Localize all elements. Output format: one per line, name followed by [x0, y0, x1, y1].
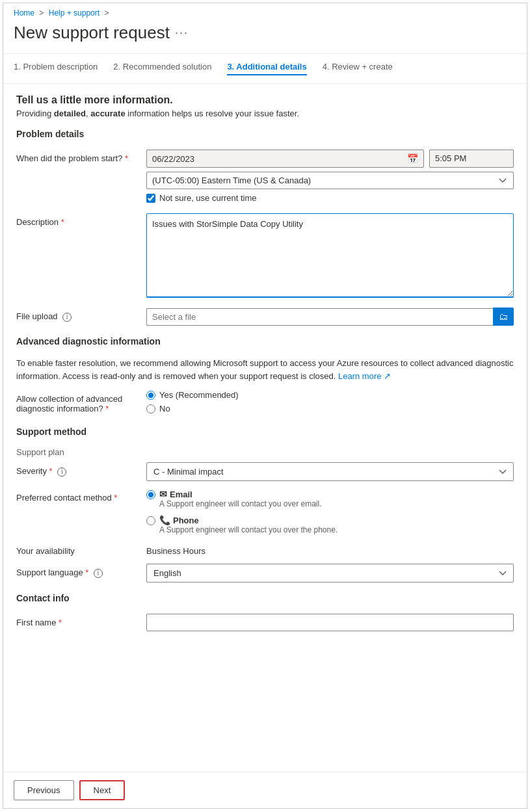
breadcrumb: Home > Help + support > [3, 3, 527, 20]
next-button[interactable]: Next [79, 780, 126, 800]
radio-yes-option[interactable]: Yes (Recommended) [146, 390, 514, 400]
email-radio[interactable] [146, 490, 155, 499]
file-upload-field: 🗂 [146, 308, 514, 326]
section-subtitle: Providing detailed, accurate information… [16, 109, 514, 118]
description-label: Description * [16, 213, 146, 227]
description-textarea[interactable]: Issues with StorSimple Data Copy Utility [146, 213, 514, 298]
description-row: Description * Issues with StorSimple Dat… [16, 213, 514, 300]
steps-bar: 1. Problem description 2. Recommended so… [3, 54, 527, 84]
step-1[interactable]: 1. Problem description [14, 62, 98, 75]
radio-yes-label: Yes (Recommended) [159, 390, 239, 400]
home-link[interactable]: Home [14, 8, 34, 18]
availability-field: Business Hours [146, 542, 514, 556]
breadcrumb-sep1: > [39, 8, 44, 18]
learn-more-link[interactable]: Learn more ↗ [338, 371, 391, 381]
radio-no-option[interactable]: No [146, 404, 514, 413]
support-language-select[interactable]: English [146, 564, 514, 583]
contact-info-heading: Contact info [16, 593, 514, 606]
radio-no-input[interactable] [146, 404, 155, 413]
file-upload-info-icon[interactable]: i [62, 313, 72, 322]
file-upload-input[interactable] [146, 308, 493, 326]
page-title-bar: New support request ··· [3, 20, 527, 53]
severity-label: Severity * i [16, 462, 146, 477]
first-name-field [146, 614, 514, 631]
severity-select[interactable]: C - Minimal impact [146, 462, 514, 481]
phone-radio[interactable] [146, 516, 155, 525]
contact-method-label: Preferred contact method * [16, 489, 146, 503]
adv-diag-heading: Advanced diagnostic information [16, 336, 514, 349]
first-name-input[interactable] [146, 614, 514, 631]
allow-collection-radio-group: Yes (Recommended) No [146, 390, 514, 413]
radio-yes-input[interactable] [146, 391, 155, 400]
first-name-label: First name * [16, 614, 146, 627]
not-sure-checkbox[interactable] [146, 194, 155, 203]
allow-collection-row: Allow collection of advanced diagnostic … [16, 390, 514, 413]
description-field: Issues with StorSimple Data Copy Utility [146, 213, 514, 300]
help-support-link[interactable]: Help + support [49, 8, 99, 18]
footer-buttons: Previous Next [3, 772, 527, 808]
problem-details-heading: Problem details [16, 129, 514, 142]
availability-row: Your availability Business Hours [16, 542, 514, 556]
breadcrumb-sep2: > [104, 8, 109, 18]
page-title-dots[interactable]: ··· [175, 26, 189, 40]
file-upload-row: File upload i 🗂 [16, 308, 514, 326]
step-2[interactable]: 2. Recommended solution [113, 62, 211, 75]
radio-no-label: No [159, 404, 170, 413]
severity-row: Severity * i C - Minimal impact [16, 462, 514, 481]
support-plan-label: Support plan [16, 447, 514, 457]
file-upload-button[interactable]: 🗂 [493, 308, 514, 326]
adv-diag-text: To enable faster resolution, we recommen… [16, 357, 514, 382]
phone-title: 📞 Phone [159, 515, 338, 525]
support-method-heading: Support method [16, 426, 514, 439]
when-field: 06/22/2023 📅 5:05 PM (UTC-05:00) Eastern… [146, 150, 514, 205]
not-sure-label[interactable]: Not sure, use current time [159, 193, 257, 203]
first-name-row: First name * [16, 614, 514, 631]
support-language-row: Support language * i English [16, 564, 514, 583]
contact-method-row: Preferred contact method * ✉ Email A Sup… [16, 489, 514, 534]
email-label-group: ✉ Email A Support engineer will contact … [159, 489, 321, 508]
date-input[interactable]: 06/22/2023 📅 [146, 150, 424, 168]
phone-desc: A Support engineer will contact you over… [159, 525, 338, 534]
contact-method-field: ✉ Email A Support engineer will contact … [146, 489, 514, 534]
step-4[interactable]: 4. Review + create [323, 62, 393, 75]
severity-field: C - Minimal impact [146, 462, 514, 481]
email-desc: A Support engineer will contact you over… [159, 499, 321, 508]
step-3[interactable]: 3. Additional details [227, 62, 306, 75]
email-icon: ✉ [159, 489, 167, 499]
availability-value: Business Hours [146, 542, 514, 556]
support-language-label: Support language * i [16, 564, 146, 578]
section-heading: Tell us a little more information. [16, 94, 514, 106]
checkbox-row: Not sure, use current time [146, 193, 514, 203]
support-language-field: English [146, 564, 514, 583]
email-option: ✉ Email A Support engineer will contact … [146, 489, 514, 508]
file-upload-label: File upload i [16, 308, 146, 322]
phone-option: 📞 Phone A Support engineer will contact … [146, 515, 514, 534]
page-title-text: New support request [14, 23, 170, 43]
availability-label: Your availability [16, 542, 146, 556]
support-language-info-icon[interactable]: i [94, 569, 103, 578]
allow-collection-label: Allow collection of advanced diagnostic … [16, 390, 146, 413]
when-label: When did the problem start? * [16, 150, 146, 163]
email-title: ✉ Email [159, 489, 321, 499]
timezone-select[interactable]: (UTC-05:00) Eastern Time (US & Canada) [146, 172, 514, 189]
main-content: Tell us a little more information. Provi… [3, 84, 527, 694]
severity-info-icon[interactable]: i [57, 467, 66, 477]
calendar-icon: 📅 [407, 153, 418, 164]
when-problem-row: When did the problem start? * 06/22/2023… [16, 150, 514, 205]
time-input[interactable]: 5:05 PM [429, 150, 514, 168]
previous-button[interactable]: Previous [14, 780, 74, 800]
phone-label-group: 📞 Phone A Support engineer will contact … [159, 515, 338, 534]
allow-collection-field: Yes (Recommended) No [146, 390, 514, 413]
phone-icon: 📞 [159, 515, 170, 525]
